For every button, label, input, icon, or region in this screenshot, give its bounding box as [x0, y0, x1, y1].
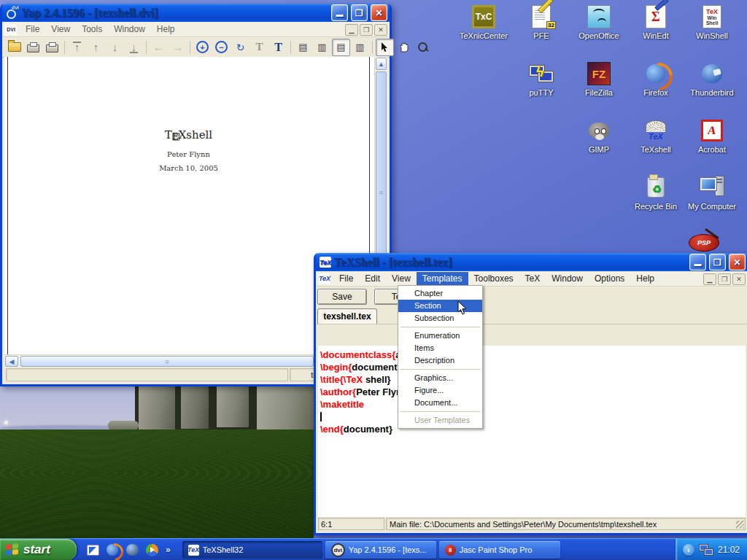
yap-titlebar[interactable]: Yap 2.4.1596 - [texshell.dvi] ▬ ❒ ✕	[2, 4, 390, 22]
forward-icon[interactable]: →	[169, 39, 187, 56]
yap-menu-tools[interactable]: Tools	[76, 23, 108, 36]
menu-item-graphics[interactable]: Graphics...	[398, 372, 482, 384]
texshell-close-button[interactable]: ✕	[729, 254, 746, 271]
yap-menu-file[interactable]: File	[20, 23, 45, 36]
quicklaunch-overflow-chevron-icon[interactable]: »	[166, 545, 171, 555]
texshell-minimize-button[interactable]: ▬	[689, 254, 706, 271]
menu-item-document[interactable]: Document...	[398, 397, 482, 409]
desktop-icon-gimp[interactable]: GIMP	[570, 118, 627, 172]
desktop-icon-recyclebin[interactable]: ♻Recycle Bin	[627, 175, 684, 229]
menu-item-description[interactable]: Description	[398, 354, 482, 367]
menu-separator	[400, 411, 480, 412]
pan-tool-icon[interactable]	[395, 39, 413, 56]
texshell-mdi-restore-button[interactable]: ❒	[718, 273, 731, 285]
taskbar-button-texshell[interactable]: TeXTeXShell32	[182, 541, 322, 559]
magnifier-tool-icon[interactable]	[414, 39, 432, 56]
texshell-menu-templates[interactable]: Templates	[417, 272, 468, 285]
desktop-icon-pfe[interactable]: 32PFE	[513, 4, 570, 58]
texshell-mdi-close-button[interactable]: ✕	[732, 273, 746, 285]
back-icon[interactable]: ←	[150, 39, 168, 56]
texshell-menu-edit[interactable]: Edit	[359, 272, 386, 285]
double-page-view-icon[interactable]: ▥	[313, 39, 331, 56]
zoom-out-icon[interactable]: −	[212, 39, 231, 56]
text-select-icon[interactable]: T	[269, 39, 287, 56]
last-page-icon[interactable]: ↓	[125, 39, 143, 56]
firefox-quicklaunch-icon[interactable]	[105, 542, 120, 557]
save-button[interactable]: Save	[317, 289, 367, 305]
menu-item-items[interactable]: Items	[398, 342, 482, 354]
texshell-maximize-button[interactable]: ❒	[709, 254, 726, 271]
texshell-titlebar[interactable]: TeX TeXShell - [texshell.tex] ▬ ❒ ✕	[316, 253, 747, 271]
yap-maximize-button[interactable]: ❒	[351, 4, 368, 21]
menu-item-figure[interactable]: Figure...	[398, 384, 482, 397]
network-tray-icon[interactable]	[699, 544, 713, 556]
select-tool-icon[interactable]	[376, 39, 394, 56]
zoom-in-icon[interactable]: +	[193, 39, 212, 56]
scroll-left-arrow[interactable]: ◀	[5, 356, 18, 367]
texshell-editor[interactable]: \documentclass{a\begin{document}\title{\…	[318, 346, 746, 517]
texshell-menu-options[interactable]: Options	[589, 272, 630, 285]
texshell-menu-view[interactable]: View	[386, 272, 417, 285]
desktop-icon-filezilla[interactable]: FZFileZilla	[570, 61, 627, 115]
texshell-menu-help[interactable]: Help	[630, 272, 660, 285]
desktop-icon-firefox[interactable]: Firefox	[627, 61, 684, 115]
texshell-menu-window[interactable]: Window	[546, 272, 589, 285]
tray-collapse-chevron-icon[interactable]: ‹	[683, 544, 694, 556]
next-page-icon[interactable]: ↓	[106, 39, 124, 56]
start-button[interactable]: start	[0, 539, 77, 560]
taskbar-button-yap[interactable]: dviYap 2.4.1596 - [texs...	[325, 541, 436, 559]
continuous-view-icon[interactable]: ▤	[332, 39, 350, 56]
yap-mdi-minimize-button[interactable]: ▁	[345, 24, 358, 36]
open-file-icon[interactable]	[5, 39, 23, 56]
single-page-view-icon[interactable]: ▤	[294, 39, 312, 56]
task-label: TeXShell32	[203, 545, 244, 554]
texshell-menu-file[interactable]: File	[333, 272, 359, 285]
print-icon[interactable]	[24, 39, 42, 56]
toolbar-separator	[372, 41, 373, 54]
desktop-icon-texniccenter[interactable]: TxCTeXnicCenter	[455, 4, 512, 58]
yap-mdi-restore-button[interactable]: ❒	[360, 24, 373, 36]
desktop-icon-thunderbird[interactable]: Thunderbird	[684, 61, 740, 115]
thunderbird-quicklaunch-icon[interactable]	[125, 542, 139, 557]
taskbar-clock[interactable]: 21:02	[718, 545, 740, 555]
scroll-up-arrow[interactable]: ▲	[376, 58, 387, 70]
ruler-icon[interactable]: T	[250, 39, 268, 56]
desktop-icon-mycomputer[interactable]: My Computer	[684, 175, 740, 229]
resize-grip[interactable]	[736, 521, 744, 529]
desktop-icon-putty[interactable]: ϟpuTTY	[513, 61, 570, 115]
texshell-menu-toolboxes[interactable]: Toolboxes	[468, 272, 519, 285]
tab-texshell-tex[interactable]: texshell.tex	[317, 308, 377, 324]
recyclebin-icon: ♻	[643, 175, 669, 200]
print-setup-icon[interactable]	[43, 39, 61, 56]
desktop-icon-winedt[interactable]: ΣWinEdt	[627, 4, 684, 58]
yap-minimize-button[interactable]: ▬	[331, 4, 348, 21]
yap-menu-help[interactable]: Help	[151, 23, 181, 36]
menu-item-chapter[interactable]: Chapter	[398, 287, 482, 300]
desktop-icon-texshell[interactable]: TeXTeXshell	[627, 118, 684, 172]
yap-menu-window[interactable]: Window	[108, 23, 151, 36]
yap-mdi-close-button[interactable]: ✕	[374, 24, 387, 36]
desktop-icon-winshell[interactable]: TeXWinShellWinShell	[684, 4, 740, 58]
show-desktop-icon[interactable]	[85, 542, 100, 557]
previous-page-icon[interactable]: ↑	[87, 39, 105, 56]
menu-item-subsection[interactable]: Subsection	[398, 312, 482, 324]
first-page-icon[interactable]: ↑	[68, 39, 86, 56]
texshell-menu-tex[interactable]: TeX	[519, 272, 546, 285]
standing-stone	[217, 384, 249, 427]
stonehenge-wallpaper-photo	[0, 384, 314, 538]
media-player-quicklaunch-icon[interactable]	[144, 542, 159, 557]
horizontal-scroll-thumb[interactable]	[20, 356, 314, 367]
taskbar-button-psp[interactable]: 8Jasc Paint Shop Pro	[439, 541, 560, 559]
menu-item-enumeration[interactable]: Enumeration	[398, 330, 482, 342]
texshell-mdi-minimize-button[interactable]: ▁	[703, 273, 716, 285]
desktop-icon-psp[interactable]: PSP	[689, 234, 719, 252]
desktop-icon-acrobat[interactable]: AAcrobat	[684, 118, 740, 172]
desktop-icon-label: Acrobat	[684, 145, 740, 154]
menu-item-section[interactable]: Section	[398, 300, 482, 312]
refresh-icon[interactable]: ↻	[231, 39, 249, 56]
continuous-double-view-icon[interactable]: ▥	[351, 39, 369, 56]
yap-menu-view[interactable]: View	[45, 23, 76, 36]
cursor-position-pane: 6:1	[318, 518, 384, 530]
yap-close-button[interactable]: ✕	[371, 4, 387, 21]
desktop-icon-openoffice[interactable]: OpenOffice	[570, 4, 627, 58]
